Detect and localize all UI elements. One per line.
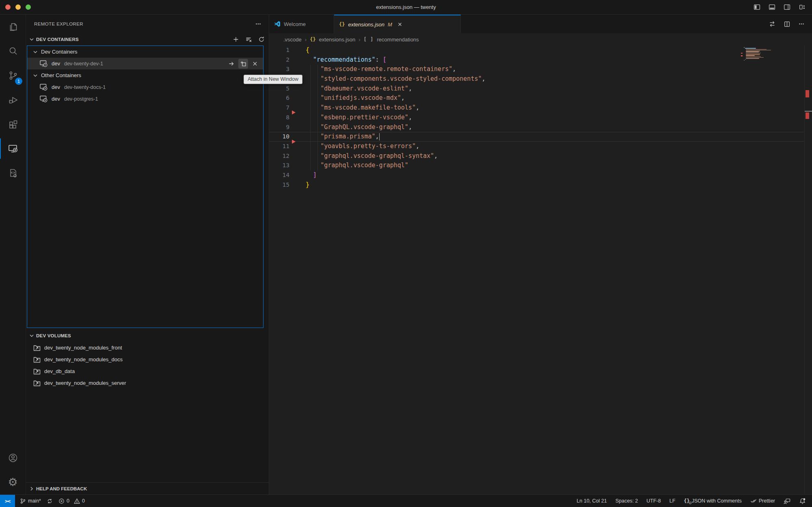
tab-bar: Welcome {} extensions.json M bbox=[269, 15, 812, 33]
problems-item[interactable]: 0 0 bbox=[58, 498, 85, 504]
warnings-count: 0 bbox=[82, 498, 85, 504]
remote-indicator[interactable]: >< bbox=[0, 495, 15, 507]
code-line[interactable]: 3 "ms-vscode-remote.remote-containers", bbox=[269, 65, 812, 74]
code-line[interactable]: 9 "GraphQL.vscode-graphql", bbox=[269, 123, 812, 132]
cursor-position-item[interactable]: Ln 10, Col 21 bbox=[577, 498, 607, 504]
zoom-window-button[interactable] bbox=[26, 4, 31, 10]
tab-welcome[interactable]: Welcome bbox=[269, 15, 334, 33]
minimap-red-marker bbox=[741, 53, 743, 54]
attach-in-new-window-icon[interactable] bbox=[238, 59, 248, 69]
line-number: 12 bbox=[269, 151, 289, 161]
help-and-feedback-header[interactable]: HELP AND FEEDBACK bbox=[26, 482, 269, 494]
sidebar-remote-explorer: REMOTE EXPLORER DEV CONTAINERS Dev Conta… bbox=[26, 15, 269, 494]
minimize-window-button[interactable] bbox=[15, 4, 21, 10]
volume-icon bbox=[33, 368, 41, 375]
activity-item-run-debug[interactable] bbox=[0, 88, 26, 112]
code-line[interactable]: 11 "yoavbls.pretty-ts-errors", bbox=[269, 142, 812, 151]
code-line[interactable]: 5 "dbaeumer.vscode-eslint", bbox=[269, 84, 812, 94]
activity-item-extensions[interactable] bbox=[0, 112, 26, 136]
code-editor[interactable]: 1{2 "recommendations": [3 "ms-vscode-rem… bbox=[269, 45, 812, 494]
code-line[interactable]: 10 "prisma.prisma", bbox=[269, 132, 812, 142]
feedback-icon[interactable] bbox=[784, 498, 790, 505]
volume-name: dev_twenty_node_modules_docs bbox=[44, 356, 123, 362]
sync-changes-item[interactable] bbox=[47, 498, 53, 504]
line-number: 11 bbox=[269, 142, 289, 151]
code-line[interactable]: 8 "esbenp.prettier-vscode", bbox=[269, 113, 812, 123]
activity-item-remote-explorer[interactable] bbox=[0, 136, 26, 161]
line-number: 10 bbox=[269, 132, 289, 142]
sidebar-more-actions-icon[interactable] bbox=[255, 21, 261, 27]
more-actions-icon[interactable] bbox=[798, 21, 805, 27]
volume-row[interactable]: dev_twenty_node_modules_docs bbox=[26, 354, 269, 365]
code-line[interactable]: 14 ] bbox=[269, 170, 812, 180]
split-editor-icon[interactable] bbox=[784, 21, 790, 28]
breadcrumb-file[interactable]: extensions.json bbox=[319, 37, 356, 43]
dev-containers-section-header[interactable]: DEV CONTAINERS bbox=[26, 33, 269, 45]
volume-row[interactable]: dev_twenty_node_modules_front bbox=[26, 342, 269, 354]
code-line[interactable]: 6 "unifiedjs.vscode-mdx", bbox=[269, 93, 812, 103]
activity-item-container-tools[interactable] bbox=[0, 161, 26, 185]
code-line[interactable]: 7 "ms-vscode.makefile-tools", bbox=[269, 103, 812, 113]
code-line[interactable]: 15} bbox=[269, 180, 812, 190]
code-line[interactable]: 4 "styled-components.vscode-styled-compo… bbox=[269, 74, 812, 84]
container-row[interactable]: devdev-postgres-1 bbox=[27, 93, 263, 105]
language-mode-item[interactable]: {} JSON with Comments bbox=[684, 498, 741, 504]
activity-item-account[interactable] bbox=[0, 446, 26, 470]
encoding-item[interactable]: UTF-8 bbox=[646, 498, 661, 504]
refresh-icon[interactable] bbox=[258, 36, 265, 43]
volume-name: dev_twenty_node_modules_server bbox=[44, 380, 126, 386]
tab-label: extensions.json bbox=[348, 22, 384, 28]
breadcrumb-separator: › bbox=[305, 37, 307, 43]
toggle-primary-sidebar-icon[interactable] bbox=[754, 4, 760, 11]
formatter-item[interactable]: Prettier bbox=[750, 498, 775, 504]
dev-volumes-section-header[interactable]: DEV VOLUMES bbox=[26, 330, 269, 342]
clear-filter-icon[interactable] bbox=[245, 36, 252, 43]
customize-layout-icon[interactable] bbox=[799, 4, 806, 11]
close-tab-icon[interactable] bbox=[397, 22, 403, 27]
json-file-icon: {} bbox=[310, 37, 315, 42]
code-line[interactable]: 12 "graphql.vscode-graphql-syntax", bbox=[269, 151, 812, 161]
code-line[interactable]: 2 "recommendations": [ bbox=[269, 55, 812, 65]
container-row[interactable]: devdev-twenty-docs-1 bbox=[27, 81, 263, 93]
open-changes-icon[interactable] bbox=[769, 20, 776, 28]
text-cursor bbox=[379, 133, 380, 140]
activity-item-explorer[interactable] bbox=[0, 15, 26, 39]
tab-label: Welcome bbox=[284, 21, 306, 27]
tab-extensions-json[interactable]: {} extensions.json M bbox=[334, 15, 461, 33]
red-marker-arrow bbox=[292, 140, 296, 144]
activity-item-source-control[interactable]: 1 bbox=[0, 63, 26, 88]
errors-icon bbox=[58, 498, 65, 504]
activity-item-settings[interactable]: ⚙ bbox=[0, 470, 26, 494]
notifications-bell-icon[interactable] bbox=[799, 498, 806, 505]
chevron-down-icon bbox=[32, 49, 39, 55]
gear-icon: ⚙ bbox=[8, 477, 17, 488]
close-window-button[interactable] bbox=[5, 4, 11, 10]
symbol-array-icon: [ ] bbox=[364, 37, 374, 42]
tree-group-row[interactable]: Other Containers bbox=[27, 69, 263, 81]
breadcrumb-symbol[interactable]: recommendations bbox=[377, 37, 419, 43]
breadcrumb: .vscode › {} extensions.json › [ ] recom… bbox=[269, 33, 812, 45]
modified-badge: M bbox=[388, 22, 392, 28]
warnings-icon bbox=[74, 498, 80, 504]
activity-item-search[interactable] bbox=[0, 39, 26, 63]
tree-group-row[interactable]: Dev Containers bbox=[27, 46, 263, 58]
dev-volumes-section-label: DEV VOLUMES bbox=[36, 333, 71, 338]
container-row[interactable]: devdev-twenty-dev-1 bbox=[27, 58, 263, 69]
indentation-item[interactable]: Spaces: 2 bbox=[615, 498, 638, 504]
overview-ruler[interactable] bbox=[804, 45, 812, 494]
container-name: dev bbox=[52, 96, 60, 102]
code-line[interactable]: 1{ bbox=[269, 45, 812, 55]
breadcrumb-folder[interactable]: .vscode bbox=[283, 37, 302, 43]
toggle-panel-icon[interactable] bbox=[769, 4, 775, 11]
minimap[interactable] bbox=[741, 46, 780, 75]
stop-container-icon[interactable] bbox=[250, 59, 260, 69]
volume-row[interactable]: dev_db_data bbox=[26, 365, 269, 377]
new-dev-container-icon[interactable] bbox=[233, 36, 239, 43]
code-line[interactable]: 13 "graphql.vscode-graphql" bbox=[269, 161, 812, 170]
dev-volumes-list: dev_twenty_node_modules_frontdev_twenty_… bbox=[26, 342, 269, 389]
git-branch-item[interactable]: main* bbox=[20, 498, 41, 504]
volume-row[interactable]: dev_twenty_node_modules_server bbox=[26, 377, 269, 389]
eol-item[interactable]: LF bbox=[669, 498, 676, 504]
attach-in-current-window-icon[interactable] bbox=[227, 59, 236, 69]
toggle-secondary-sidebar-icon[interactable] bbox=[784, 4, 790, 11]
